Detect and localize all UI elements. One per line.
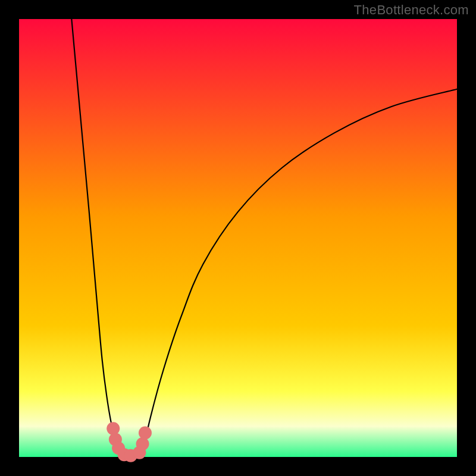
data-marker	[107, 422, 120, 435]
watermark-text: TheBottleneck.com	[354, 2, 469, 18]
data-marker	[136, 437, 149, 450]
plot-area	[19, 19, 457, 457]
data-marker	[139, 427, 152, 440]
bottleneck-chart	[0, 0, 476, 476]
chart-frame: TheBottleneck.com	[0, 0, 476, 476]
